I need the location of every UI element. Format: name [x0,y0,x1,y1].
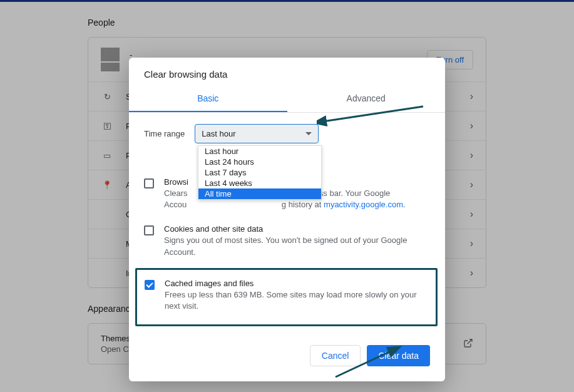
tab-advanced[interactable]: Advanced [287,86,446,112]
modal-overlay: Clear browsing data Basic Advanced Time … [0,0,574,392]
option-last-24-hours[interactable]: Last 24 hours [198,157,321,167]
cancel-button[interactable]: Cancel [310,345,361,366]
checkbox-cached[interactable] [145,280,155,290]
dialog-tabs: Basic Advanced [129,86,445,113]
option-last-4-weeks[interactable]: Last 4 weeks [198,178,321,188]
time-range-value: Last hour [202,129,235,138]
tab-basic[interactable]: Basic [129,86,287,112]
cookies-title: Cookies and other site data [164,224,430,234]
checkbox-browsing-history[interactable] [144,178,154,188]
dialog-title: Clear browsing data [129,58,445,86]
time-range-label: Time range [144,129,185,138]
cached-highlight: Cached images and files Frees up less th… [135,268,438,326]
item-cookies: Cookies and other site data Signs you ou… [144,220,430,267]
option-all-time[interactable]: All time [198,188,321,199]
chevron-down-icon [305,132,312,135]
option-last-hour[interactable]: Last hour [198,146,321,157]
clear-browsing-dialog: Clear browsing data Basic Advanced Time … [129,58,445,381]
clear-data-button[interactable]: Clear data [367,345,430,366]
option-last-7-days[interactable]: Last 7 days [198,167,321,178]
cached-title: Cached images and files [165,279,428,288]
item-cached: Cached images and files Frees up less th… [145,275,428,322]
cached-desc: Frees up less than 639 MB. Some sites ma… [165,289,428,312]
cookies-desc: Signs you out of most sites. You won't b… [164,235,430,257]
time-range-select[interactable]: Last hour [195,124,319,143]
checkbox-cookies[interactable] [144,225,154,235]
time-range-dropdown: Last hour Last 24 hours Last 7 days Last… [198,145,322,200]
myactivity-link[interactable]: myactivity.google.com [324,200,403,209]
